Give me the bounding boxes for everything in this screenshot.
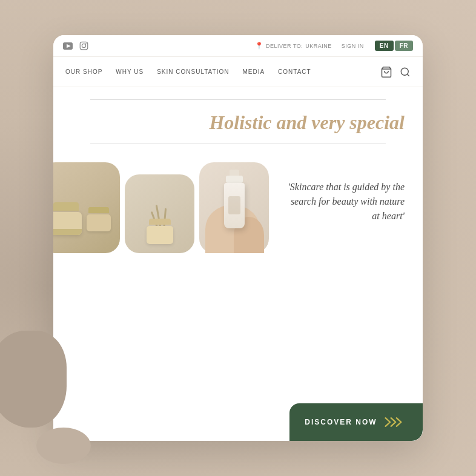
search-button[interactable] (400, 67, 411, 78)
location-icon: 📍 (255, 42, 264, 50)
sign-in-link[interactable]: SIGN IN (342, 43, 364, 49)
chevron-group (385, 415, 408, 429)
language-switcher: EN FR (375, 41, 413, 51)
top-bar-right: 📍 DELIVER TO: UKRAINE SIGN IN EN FR (255, 41, 413, 51)
nav-skin-consultation[interactable]: SKIN CONSULTATION (157, 68, 229, 75)
product-images (53, 162, 269, 253)
hero-quote: 'Skincare that is guided by the search f… (281, 180, 405, 223)
headline-section: Holistic and very special (53, 100, 423, 139)
top-bar: 📍 DELIVER TO: UKRAINE SIGN IN EN FR (53, 35, 423, 57)
browser-window: 📍 DELIVER TO: UKRAINE SIGN IN EN FR OUR … (53, 35, 423, 441)
discover-cta[interactable]: DISCOVER NOW (289, 403, 423, 441)
hands-container (199, 162, 269, 253)
discover-label: DISCOVER NOW (305, 418, 377, 426)
nav-links: OUR SHOP WHY US SKIN CONSULTATION MEDIA … (65, 68, 311, 75)
product-card-1 (53, 162, 120, 253)
hero-headline: Holistic and very special (71, 111, 405, 134)
product-card-3 (199, 162, 269, 253)
youtube-icon[interactable] (63, 41, 73, 51)
product-card-2 (125, 174, 194, 253)
svg-rect-2 (80, 42, 88, 50)
social-links (63, 41, 88, 51)
nav-media[interactable]: MEDIA (242, 68, 265, 75)
nav-contact[interactable]: CONTACT (278, 68, 311, 75)
decorative-rock-bottom (36, 428, 91, 464)
deliver-label: DELIVER TO: (266, 43, 303, 49)
deliver-info: 📍 DELIVER TO: UKRAINE (255, 42, 332, 50)
nav-action-icons (380, 66, 411, 78)
svg-point-3 (82, 44, 85, 47)
deliver-country: UKRAINE (305, 43, 332, 49)
lang-en-button[interactable]: EN (375, 41, 394, 51)
main-content: Holistic and very special (53, 87, 423, 441)
svg-point-6 (401, 68, 408, 75)
lang-fr-button[interactable]: FR (395, 41, 413, 51)
svg-point-4 (85, 43, 87, 44)
cart-button[interactable] (380, 66, 392, 78)
nav-bar: OUR SHOP WHY US SKIN CONSULTATION MEDIA … (53, 57, 423, 87)
nav-why-us[interactable]: WHY US (116, 68, 144, 75)
products-section: 'Skincare that is guided by the search f… (53, 150, 423, 253)
quote-section: 'Skincare that is guided by the search f… (269, 180, 411, 236)
decorative-rock-left (0, 331, 67, 428)
instagram-icon[interactable] (79, 41, 88, 51)
nav-our-shop[interactable]: OUR SHOP (65, 68, 102, 75)
divider-bottom (90, 144, 386, 144)
